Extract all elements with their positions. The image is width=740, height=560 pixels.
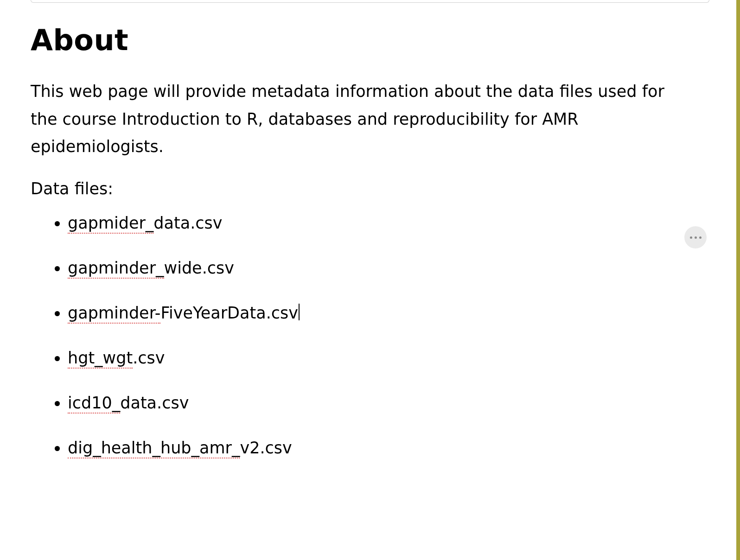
- file-name-spellcheck: icd10_: [68, 394, 120, 414]
- file-name-spellcheck: hgt_wgt: [68, 349, 133, 369]
- file-name-spellcheck: gapminder_: [68, 259, 164, 279]
- scrollbar[interactable]: [736, 0, 740, 560]
- file-name-rest: FiveYearData.csv: [160, 304, 300, 322]
- file-list: gapmider_data.csvgapminder_wide.csvgapmi…: [31, 212, 709, 459]
- file-name-spellcheck: dig_health_hub_amr_: [68, 439, 240, 458]
- data-files-label: Data files:: [31, 179, 709, 198]
- page-title: About: [31, 23, 709, 57]
- list-item[interactable]: gapminder_wide.csv: [68, 257, 709, 280]
- file-name-rest: data.csv: [153, 214, 222, 232]
- ellipsis-icon: [690, 236, 692, 239]
- more-options-button[interactable]: [684, 226, 707, 248]
- file-name-rest: v2.csv: [240, 439, 292, 457]
- about-description: This web page will provide metadata info…: [31, 78, 689, 161]
- file-name-rest: .csv: [133, 349, 165, 367]
- ellipsis-icon: [695, 236, 697, 239]
- list-item[interactable]: dig_health_hub_amr_v2.csv: [68, 437, 709, 459]
- file-name-spellcheck: gapminder-: [68, 304, 160, 324]
- list-item[interactable]: icd10_data.csv: [68, 392, 709, 414]
- file-name-rest: data.csv: [120, 394, 189, 412]
- list-item[interactable]: gapminder-FiveYearData.csv: [68, 302, 709, 325]
- list-item[interactable]: hgt_wgt.csv: [68, 347, 709, 369]
- document-content: About This web page will provide metadat…: [0, 0, 740, 482]
- file-name-rest: wide.csv: [164, 259, 234, 277]
- ellipsis-icon: [699, 236, 702, 239]
- list-item[interactable]: gapmider_data.csv: [68, 212, 709, 235]
- file-name-spellcheck: gapmider_: [68, 214, 153, 234]
